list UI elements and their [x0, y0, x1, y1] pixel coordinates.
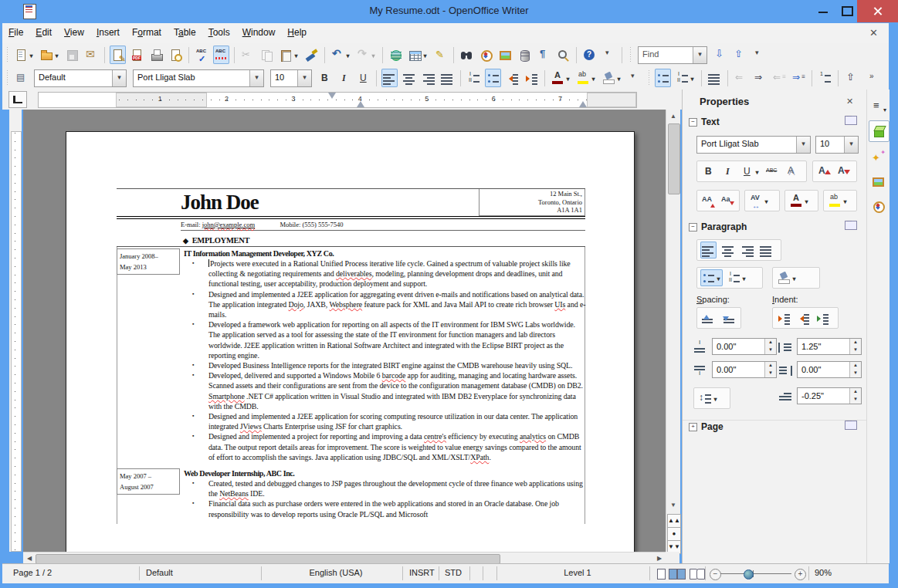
- data-sources-icon[interactable]: [517, 46, 533, 64]
- more-options-icon[interactable]: [845, 116, 857, 125]
- draw-functions-icon[interactable]: [432, 46, 449, 64]
- horizontal-scrollbar[interactable]: ◀ ▶: [23, 552, 666, 564]
- vertical-ruler[interactable]: [9, 110, 22, 552]
- document-page[interactable]: John Doe 12 Main St.,Toronto, OntarioA1A…: [66, 131, 635, 552]
- chevron-down-icon[interactable]: [249, 70, 263, 86]
- zoom-slider-thumb[interactable]: [744, 569, 754, 580]
- toolbar-grip[interactable]: [5, 47, 9, 63]
- table-icon[interactable]: [407, 46, 429, 64]
- minimize-button[interactable]: [812, 0, 835, 22]
- find-down-icon[interactable]: [712, 46, 728, 64]
- find-replace-icon[interactable]: [459, 46, 475, 64]
- text-section-header[interactable]: − Text: [683, 116, 867, 131]
- bold-icon[interactable]: [700, 163, 717, 180]
- insert-unnumbered-icon[interactable]: [817, 69, 833, 87]
- align-left-icon[interactable]: [381, 69, 398, 87]
- previous-page-icon[interactable]: ▲▲: [667, 514, 681, 528]
- menu-file[interactable]: File: [2, 23, 29, 43]
- scroll-left-icon[interactable]: ◀: [24, 553, 35, 563]
- tab-properties[interactable]: [869, 120, 890, 142]
- align-justify-icon[interactable]: [439, 69, 456, 87]
- panel-close-icon[interactable]: [846, 96, 857, 106]
- spinner-buttons[interactable]: ▲▼: [849, 388, 861, 404]
- numbered-list-icon[interactable]: [726, 269, 748, 286]
- spinner-buttons[interactable]: ▲▼: [849, 339, 861, 354]
- close-document-icon[interactable]: [868, 27, 879, 39]
- scroll-right-icon[interactable]: ▶: [654, 553, 665, 563]
- increase-spacing-icon[interactable]: [700, 309, 717, 326]
- view-book-icon[interactable]: [696, 569, 705, 580]
- insert-mode[interactable]: INSRT: [409, 568, 435, 577]
- numbered-list-icon[interactable]: [466, 69, 482, 87]
- after-text-indent-field[interactable]: 0.00" ▲▼: [797, 361, 862, 378]
- background-color-icon[interactable]: [601, 69, 623, 87]
- page-section-header[interactable]: + Page: [683, 420, 867, 438]
- toolbar-more-icon[interactable]: [626, 69, 642, 87]
- menu-window[interactable]: Window: [236, 23, 282, 43]
- toolbar-more-icon[interactable]: [751, 46, 767, 64]
- spinner-buttons[interactable]: ▲▼: [764, 362, 776, 377]
- collapse-icon[interactable]: −: [689, 118, 697, 127]
- highlighting-icon[interactable]: [827, 192, 849, 209]
- scroll-up-icon[interactable]: ▲: [667, 110, 679, 123]
- view-multi-page-icon[interactable]: [677, 569, 686, 580]
- increase-indent-icon[interactable]: [524, 69, 540, 87]
- toolbar-overflow-icon[interactable]: »: [868, 69, 884, 87]
- hanging-indent-icon[interactable]: [815, 309, 831, 326]
- italic-icon[interactable]: [336, 69, 352, 87]
- below-paragraph-spacing-field[interactable]: 0.00" ▲▼: [712, 361, 777, 378]
- zoom-icon[interactable]: [555, 46, 571, 64]
- paragraph-section-header[interactable]: − Paragraph: [683, 221, 867, 236]
- sidebar-font-name-select[interactable]: Port Lligat Slab: [696, 136, 811, 154]
- lowercase-icon[interactable]: [720, 192, 736, 209]
- font-name-select[interactable]: Port Lligat Slab: [133, 69, 264, 87]
- tab-navigator[interactable]: [869, 196, 888, 216]
- export-pdf-icon[interactable]: [129, 46, 145, 64]
- tab-stop-selector[interactable]: [8, 91, 27, 108]
- scroll-down-icon[interactable]: ▼: [667, 499, 679, 512]
- more-options-icon[interactable]: [845, 421, 857, 430]
- spinner-buttons[interactable]: ▲▼: [849, 362, 861, 377]
- chevron-down-icon[interactable]: [112, 70, 126, 86]
- font-color-icon[interactable]: [550, 69, 572, 87]
- chevron-down-icon[interactable]: [297, 70, 311, 86]
- zoom-level[interactable]: 90%: [815, 568, 832, 577]
- decrease-indent-icon[interactable]: [504, 69, 520, 87]
- align-right-icon[interactable]: [420, 69, 436, 87]
- bullet-list-icon[interactable]: [485, 69, 501, 87]
- first-line-indent-field[interactable]: -0.25" ▲▼: [797, 387, 862, 404]
- character-spacing-icon[interactable]: [748, 192, 771, 209]
- toolbar-grip[interactable]: [629, 47, 632, 63]
- menu-insert[interactable]: Insert: [90, 23, 126, 43]
- undo-icon[interactable]: [330, 46, 352, 64]
- toolbar-grip[interactable]: [647, 70, 651, 86]
- numbered-list-icon[interactable]: [674, 69, 696, 87]
- chevron-down-icon[interactable]: [693, 47, 707, 63]
- shrink-font-icon[interactable]: [835, 163, 852, 180]
- menu-edit[interactable]: Edit: [29, 23, 58, 43]
- font-color-icon[interactable]: [788, 192, 811, 209]
- italic-icon[interactable]: [720, 163, 736, 180]
- paste-icon[interactable]: [278, 46, 300, 64]
- navigator-icon[interactable]: [478, 46, 494, 64]
- align-center-icon[interactable]: [401, 69, 417, 87]
- find-input[interactable]: Find: [638, 46, 707, 64]
- toolbar-more-icon[interactable]: [601, 46, 617, 64]
- spinner-buttons[interactable]: ▲▼: [764, 339, 776, 354]
- shadow-icon[interactable]: [784, 163, 800, 180]
- above-paragraph-spacing-field[interactable]: 0.00" ▲▼: [712, 338, 777, 355]
- chevron-down-icon[interactable]: [796, 137, 810, 153]
- expand-icon[interactable]: +: [689, 423, 697, 431]
- view-multi-page-icon[interactable]: [669, 569, 677, 580]
- maximize-button[interactable]: [835, 0, 858, 22]
- horizontal-ruler[interactable]: 1234567: [38, 92, 637, 108]
- nonprinting-characters-icon[interactable]: [536, 46, 552, 64]
- more-options-icon[interactable]: [845, 221, 857, 230]
- underline-icon[interactable]: [355, 69, 371, 87]
- bullet-list-icon[interactable]: [700, 269, 723, 286]
- open-icon[interactable]: [39, 46, 61, 64]
- styles-icon[interactable]: [13, 69, 29, 87]
- find-up-icon[interactable]: [731, 46, 747, 64]
- move-up-icon[interactable]: [843, 69, 859, 87]
- uppercase-icon[interactable]: [700, 192, 717, 209]
